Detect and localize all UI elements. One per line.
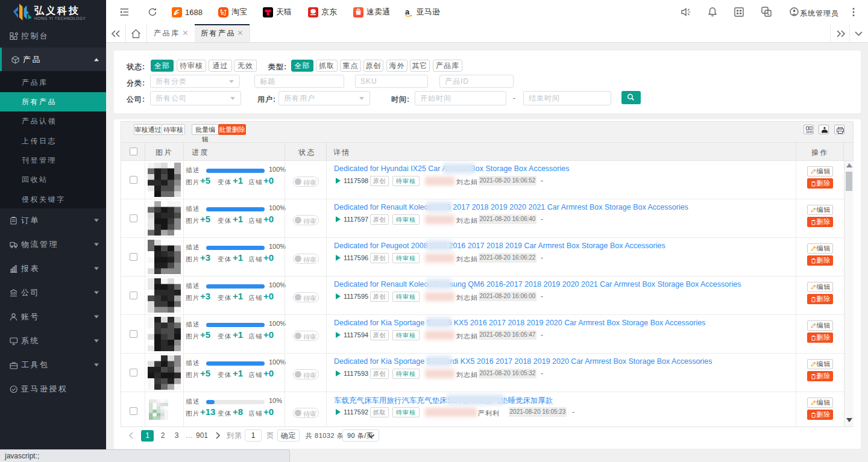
svg-text:a: a — [405, 7, 410, 16]
